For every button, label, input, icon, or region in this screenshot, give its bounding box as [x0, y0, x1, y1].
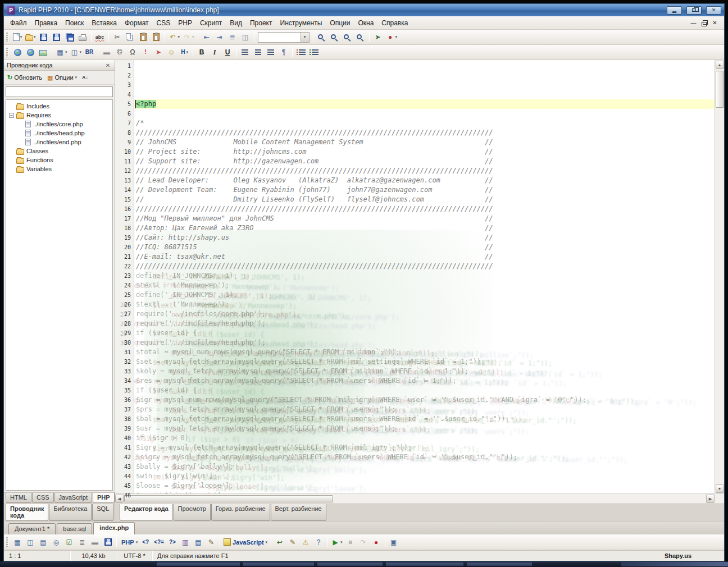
code-line[interactable]: $total = mysql_num_rows(mysql_query("SEL…: [134, 347, 715, 357]
code-line[interactable]: ////////////////////////////////////////…: [134, 128, 715, 138]
print-button[interactable]: [76, 31, 89, 43]
insert-div-button[interactable]: ◫▾: [69, 46, 83, 58]
encoding-indicator[interactable]: UTF-8 *: [117, 551, 152, 561]
refresh-button[interactable]: ↻ Обновить: [6, 73, 44, 83]
code-line[interactable]: $sigry = mysql_fetch_array(mysql_query("…: [134, 452, 715, 462]
tab-code-editor[interactable]: Редактор кода: [120, 504, 173, 521]
macro-record-button[interactable]: ●▾: [385, 31, 399, 43]
options-button[interactable]: ▦ Опции ▾: [46, 73, 79, 83]
tab-split-horizontal[interactable]: Гориз. разбиение: [211, 504, 270, 521]
menu-php[interactable]: PHP: [174, 17, 196, 29]
paste-button[interactable]: [137, 31, 149, 43]
paste-special-button[interactable]: [150, 31, 162, 43]
code-line[interactable]: // Support site: http://gazenwagen.com /…: [134, 157, 715, 166]
outdent-button[interactable]: ⇤: [201, 31, 213, 43]
mdi-restore-button[interactable]: [700, 20, 708, 26]
bold-button[interactable]: B: [195, 46, 208, 58]
menu-insert[interactable]: Вставка: [88, 17, 121, 29]
code-line[interactable]: define('_IN_JOHNCMS', 1);: [134, 271, 715, 281]
edit-pencil-button[interactable]: ✎: [286, 536, 299, 548]
code-line[interactable]: //Мод "Первый миллион" для JohnCMS //: [134, 214, 715, 223]
code-line[interactable]: if ($user_id) {: [134, 328, 715, 338]
code-line[interactable]: $prs = mysql_fetch_array(mysql_query("SE…: [134, 405, 715, 414]
horizontal-scrollbar[interactable]: ◀ ▶: [115, 493, 724, 504]
open-file-button[interactable]: ▾: [24, 31, 37, 43]
align-center-button[interactable]: [252, 46, 264, 58]
tab-split-vertical[interactable]: Верт. разбиение: [271, 504, 326, 521]
code-line[interactable]: // Dmitry Liseenko (FlySelf) flyself@joh…: [134, 195, 715, 204]
todo-list-button[interactable]: ≣: [76, 536, 88, 548]
breakpoint-button[interactable]: ●: [370, 536, 383, 548]
vertical-scroll-thumb[interactable]: [716, 71, 724, 108]
window-layout-button[interactable]: ◫: [24, 536, 37, 548]
align-right-button[interactable]: [265, 46, 277, 58]
code-line[interactable]: $usr = mysql_fetch_array(mysql_query("SE…: [134, 424, 715, 433]
insert-php-block-button[interactable]: ▥: [179, 536, 192, 548]
horizontal-scroll-thumb[interactable]: [124, 495, 333, 502]
insert-br-button[interactable]: BR: [83, 46, 95, 58]
navigate-back-button[interactable]: ↩: [274, 536, 286, 548]
save-as-button[interactable]: [51, 31, 63, 43]
code-explorer-filter-input[interactable]: [6, 88, 112, 96]
new-document-button[interactable]: ▾: [11, 31, 24, 43]
tab-html[interactable]: HTML: [6, 493, 31, 503]
taskbar-tray[interactable]: [621, 562, 728, 566]
scroll-up-button[interactable]: ▲: [716, 61, 724, 69]
tree-item-classes[interactable]: Classes: [6, 147, 112, 156]
vertical-scrollbar[interactable]: ▲ ▼: [715, 60, 724, 493]
scroll-right-button[interactable]: ▶: [706, 495, 715, 503]
code-line[interactable]: //ICQ: 86871515 //: [134, 243, 715, 252]
code-line[interactable]: define('_IN_JOHNCMS', 1);: [134, 290, 715, 300]
code-line[interactable]: $bally = $igry['bally'];: [134, 462, 715, 472]
find-in-files-button[interactable]: [342, 31, 354, 43]
php-menu-button[interactable]: PHP▾: [119, 536, 139, 548]
code-line[interactable]: //Автор: Цах Евгений aka Z3RO //: [134, 223, 715, 233]
code-line[interactable]: ////////////////////////////////////////…: [134, 166, 715, 176]
code-line[interactable]: $res = mysql_fetch_array(mysql_query("SE…: [134, 376, 715, 386]
tab-library[interactable]: Библиотека: [49, 504, 92, 521]
code-line[interactable]: // Lead Developer: Oleg Kasyanov (Alkatr…: [134, 176, 715, 185]
php-close-tag-button[interactable]: ?>: [166, 536, 179, 548]
insert-table-button[interactable]: ▦▾: [54, 46, 69, 58]
tree-item-requires[interactable]: −Requires: [6, 111, 112, 120]
paragraph-mark-button[interactable]: ¶: [277, 46, 290, 58]
find-next-button[interactable]: [354, 31, 367, 43]
debug-output-button[interactable]: ▣: [388, 536, 400, 548]
menu-options[interactable]: Опции: [326, 17, 354, 29]
heading-button[interactable]: H▾: [178, 46, 190, 58]
tab-javascript[interactable]: JavaScript: [54, 493, 92, 503]
code-line[interactable]: $igry = mysql_fetch_array(mysql_query("S…: [134, 443, 715, 452]
scroll-down-button[interactable]: ▼: [716, 484, 724, 493]
show-panels-button[interactable]: ▦: [11, 536, 24, 548]
php-open-tag-button[interactable]: <?: [139, 536, 152, 548]
code-line[interactable]: // Project site: http://johncms.com //: [134, 147, 715, 157]
find-button[interactable]: [316, 31, 328, 43]
context-help-button[interactable]: ?: [312, 536, 325, 548]
taskbar-item[interactable]: [466, 562, 533, 566]
insert-important-button[interactable]: !: [139, 46, 152, 58]
target-browser-button[interactable]: ◎: [50, 536, 62, 548]
taskbar-item[interactable]: [317, 562, 383, 566]
indent-button[interactable]: ⇥: [213, 31, 226, 43]
toggle-split-button[interactable]: ◫: [239, 31, 252, 43]
doc-tab-index-php[interactable]: index.php: [93, 522, 135, 534]
code-line[interactable]: $textl = ('Миллионер');: [134, 281, 715, 290]
php-echo-tag-button[interactable]: <?=: [152, 536, 166, 548]
code-editor[interactable]: <?php/*/////////////////////////////////…: [134, 60, 715, 493]
tree-item-includes[interactable]: Includes: [6, 102, 112, 111]
insert-image-button[interactable]: [37, 46, 49, 58]
align-left-button[interactable]: [239, 46, 251, 58]
menu-project[interactable]: Проект: [246, 17, 276, 29]
code-line[interactable]: $loose = $igry['loose'];: [134, 481, 715, 491]
style-selector-combobox[interactable]: ▾: [258, 32, 310, 43]
tab-css[interactable]: CSS: [32, 493, 54, 503]
toolbar-grip[interactable]: [6, 48, 8, 57]
taskbar-item[interactable]: [243, 562, 315, 566]
title-bar[interactable]: P Rapid PHP 2010 - [C:\DENWER\home\john\…: [4, 4, 724, 16]
code-line[interactable]: $textl = ('Миллионер');: [134, 300, 715, 309]
code-line[interactable]: /*: [134, 118, 715, 128]
tree-item-end-php[interactable]: ../incfiles/end.php: [6, 138, 112, 147]
save-all-button[interactable]: [63, 31, 76, 43]
copy-button[interactable]: [124, 31, 136, 43]
menu-script[interactable]: Скрипт: [196, 17, 226, 29]
